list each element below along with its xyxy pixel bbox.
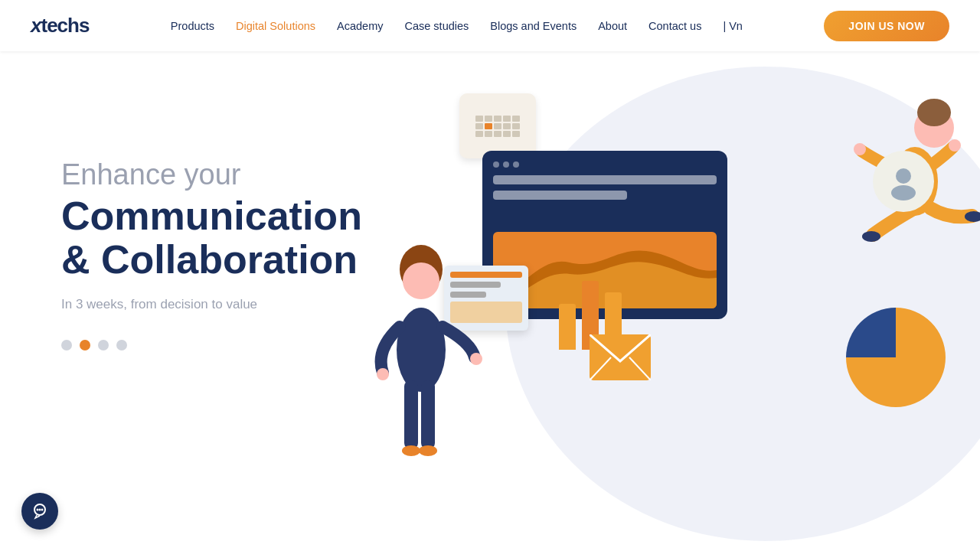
svg-rect-3 [404,380,418,449]
monitor-bar-full [493,175,717,184]
hero-section: Enhance your Communication & Collaborati… [0,51,980,551]
logo-text: techs [41,14,89,37]
svg-point-1 [403,262,439,299]
svg-point-15 [949,139,961,152]
cal-cell [512,116,520,122]
monitor-dot [493,161,499,168]
svg-point-8 [470,353,482,365]
chatbot-icon [30,501,50,521]
nav-digital-solutions[interactable]: Digital Solutions [236,20,315,32]
cal-cell [503,131,511,137]
hero-enhance-text: Enhance your [61,158,362,191]
profile-icon [873,151,934,212]
cal-cell [503,116,511,122]
svg-point-14 [854,143,866,155]
monitor-dot [503,161,509,168]
svg-point-21 [37,509,39,511]
logo[interactable]: xtechs [31,14,89,37]
navbar: xtechs Products Digital Solutions Academ… [0,0,980,51]
cal-cell [475,131,483,137]
nav-contact[interactable]: Contact us [648,20,701,32]
svg-point-5 [402,445,420,456]
cal-cell [475,116,483,122]
svg-point-12 [862,231,880,242]
carousel-dot-2[interactable] [80,340,90,350]
nav-products[interactable]: Products [171,20,214,32]
svg-point-23 [41,509,44,511]
svg-point-7 [377,368,389,380]
chatbot-button[interactable] [21,493,58,530]
hero-headline-line1: Communication [61,194,362,238]
hero-text-block: Enhance your Communication & Collaborati… [61,158,362,350]
cal-cell [503,123,511,129]
hero-subline: In 3 weeks, from decision to value [61,297,362,312]
calendar-grid [471,111,524,142]
svg-point-22 [39,509,41,511]
nav-academy[interactable]: Academy [337,20,383,32]
carousel-dot-4[interactable] [116,340,127,350]
person-woman-svg [360,227,513,549]
nav-links: Products Digital Solutions Academy Case … [171,19,743,33]
hero-illustration [383,51,980,551]
nav-lang[interactable]: | Vn [723,20,743,32]
envelope-icon [590,334,651,380]
monitor-bar-short [493,191,627,200]
cal-cell [485,116,492,122]
cal-cell [494,116,501,122]
svg-point-17 [891,185,916,201]
cal-cell [494,123,501,129]
svg-point-2 [397,308,446,392]
cal-cell [494,131,501,137]
monitor-dots [493,161,717,168]
svg-point-6 [419,445,437,456]
bar-1 [559,304,576,350]
carousel-dots [61,340,362,350]
join-now-button[interactable]: JOIN US NOW [824,11,949,41]
svg-point-16 [896,168,911,184]
svg-point-10 [917,99,951,126]
hero-headline: Communication & Collaboration [61,194,362,282]
pie-chart-illustration [842,304,949,411]
monitor-dot [513,161,519,168]
pie-chart-svg [842,304,949,411]
cal-cell-highlight [485,123,492,129]
svg-rect-4 [421,380,435,449]
cal-cell [512,131,520,137]
carousel-dot-3[interactable] [98,340,109,350]
nav-blogs-events[interactable]: Blogs and Events [490,20,577,32]
calendar-icon [459,93,536,158]
nav-about[interactable]: About [598,20,627,32]
profile-avatar-svg [884,162,923,201]
cal-cell [485,131,492,137]
carousel-dot-1[interactable] [61,340,72,350]
hero-headline-line2: & Collaboration [61,237,358,282]
logo-x: x [31,14,41,37]
envelope-svg [590,334,651,380]
cal-cell [512,123,520,129]
nav-case-studies[interactable]: Case studies [404,20,469,32]
cal-cell [475,123,483,129]
